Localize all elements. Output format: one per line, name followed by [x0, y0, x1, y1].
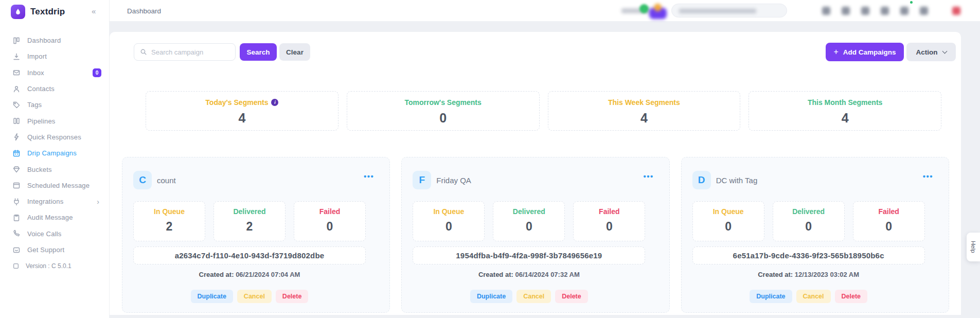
- campaign-stats: In Queue 0 Delivered 0 Failed 0: [692, 201, 925, 241]
- sidebar: Textdrip « Dashboard Import Inbox 0 Cont…: [0, 0, 110, 318]
- delete-button[interactable]: Delete: [555, 290, 588, 303]
- campaign-name: count: [157, 176, 176, 185]
- import-icon: [12, 52, 21, 61]
- stat-delivered: Delivered 0: [493, 201, 565, 241]
- more-options-icon[interactable]: •••: [923, 172, 933, 181]
- stat-in-queue: In Queue 0: [413, 201, 485, 241]
- sidebar-item-label: Voice Calls: [27, 230, 62, 238]
- sidebar-item-label: Quick Responses: [27, 133, 81, 141]
- redacted-toolbar-icon[interactable]: [861, 7, 869, 15]
- more-options-icon[interactable]: •••: [643, 172, 653, 181]
- stat-in-queue: In Queue 0: [692, 201, 764, 241]
- app-title: Textdrip: [30, 7, 65, 17]
- redacted-toolbar-icon[interactable]: [822, 7, 830, 15]
- app-logo[interactable]: Textdrip: [11, 5, 65, 19]
- sidebar-item-tags[interactable]: Tags: [0, 97, 110, 113]
- sidebar-item-inbox[interactable]: Inbox 0: [0, 65, 110, 81]
- redacted-toolbar-icon[interactable]: [842, 7, 850, 15]
- cancel-button[interactable]: Cancel: [237, 290, 272, 303]
- stat-label: Failed: [294, 207, 365, 216]
- sidebar-item-get-support[interactable]: Get Support: [0, 242, 110, 258]
- sidebar-item-label: Get Support: [27, 246, 64, 254]
- sidebar-item-contacts[interactable]: Contacts: [0, 81, 110, 97]
- phone-icon: [12, 229, 21, 238]
- campaign-name: Friday QA: [436, 176, 471, 185]
- sidebar-item-voice-calls[interactable]: Voice Calls: [0, 226, 110, 242]
- sidebar-item-import[interactable]: Import: [0, 48, 110, 64]
- duplicate-button[interactable]: Duplicate: [750, 290, 792, 303]
- sidebar-item-scheduled-message[interactable]: Scheduled Message: [0, 178, 110, 193]
- segment-label: Today's Segments: [205, 98, 268, 107]
- campaign-actions: Duplicate Cancel Delete: [413, 290, 645, 303]
- duplicate-button[interactable]: Duplicate: [470, 290, 512, 303]
- redacted-toolbar-icon[interactable]: [920, 7, 928, 15]
- more-options-icon[interactable]: •••: [364, 172, 374, 181]
- redacted-status-avatar: [639, 4, 649, 13]
- sidebar-item-pipelines[interactable]: Pipelines: [0, 113, 110, 129]
- search-button[interactable]: Search: [240, 43, 277, 61]
- redacted-user-avatar[interactable]: [649, 4, 667, 19]
- stat-delivered: Delivered 2: [213, 201, 286, 241]
- stat-failed: Failed 0: [573, 201, 645, 241]
- campaign-avatar: C: [133, 171, 152, 189]
- segment-card-tomorrow: Tomorrow's Segments 0: [347, 91, 540, 131]
- sidebar-item-drip-campaigns[interactable]: Drip Campaigns: [0, 145, 110, 161]
- campaign-created-at: Created at: 12/13/2023 03:02 AM: [692, 271, 925, 278]
- created-at-label: Created at:: [478, 271, 513, 278]
- redacted-toolbar-icon[interactable]: [900, 7, 908, 15]
- stat-label: Delivered: [493, 207, 564, 216]
- redacted-search-pill[interactable]: [671, 4, 787, 17]
- campaign-created-at: Created at: 06/21/2024 07:04 AM: [133, 271, 366, 278]
- sidebar-item-dashboard[interactable]: Dashboard: [0, 32, 110, 48]
- cancel-button[interactable]: Cancel: [516, 290, 551, 303]
- duplicate-button[interactable]: Duplicate: [191, 290, 233, 303]
- help-tab[interactable]: Help: [967, 233, 980, 261]
- sidebar-item-label: Pipelines: [27, 117, 56, 125]
- stat-value: 0: [693, 220, 764, 234]
- campaign-created-at: Created at: 06/14/2024 07:32 AM: [413, 271, 645, 278]
- segment-value: 4: [548, 111, 740, 126]
- search-input[interactable]: [151, 48, 228, 56]
- contacts-icon: [12, 85, 21, 93]
- stat-label: Delivered: [214, 207, 285, 216]
- sidebar-item-label: Import: [27, 52, 47, 60]
- sidebar-collapse-icon[interactable]: «: [92, 7, 96, 15]
- add-campaigns-label: Add Campaigns: [843, 48, 896, 56]
- sidebar-item-audit-message[interactable]: Audit Message: [0, 209, 110, 225]
- search-campaign-field[interactable]: [134, 43, 236, 61]
- sidebar-item-quick-responses[interactable]: Quick Responses: [0, 129, 110, 145]
- delete-button[interactable]: Delete: [835, 290, 868, 303]
- stat-value: 0: [294, 220, 365, 234]
- campaign-stats: In Queue 0 Delivered 0 Failed 0: [413, 201, 645, 241]
- stat-label: In Queue: [413, 207, 484, 216]
- redacted-toolbar-icon[interactable]: [881, 7, 889, 15]
- add-campaigns-button[interactable]: + Add Campaigns: [826, 43, 904, 61]
- info-icon[interactable]: i: [271, 99, 278, 106]
- created-at-label: Created at:: [758, 271, 793, 278]
- stat-label: Failed: [574, 207, 645, 216]
- action-dropdown[interactable]: Action: [906, 43, 956, 61]
- chevron-right-icon: ›: [97, 198, 99, 206]
- stat-label: Delivered: [773, 207, 844, 216]
- sidebar-item-label: Contacts: [27, 85, 55, 93]
- inbox-count-badge: 0: [93, 68, 101, 77]
- sidebar-item-label: Drip Campaigns: [27, 149, 77, 157]
- inbox-icon: [12, 68, 21, 77]
- campaign-name: DC with Tag: [716, 176, 758, 185]
- online-status-dot: [910, 1, 913, 4]
- textdrip-logo-icon: [11, 5, 25, 19]
- delete-button[interactable]: Delete: [276, 290, 309, 303]
- bucket-icon: [12, 165, 21, 173]
- breadcrumb: Dashboard: [127, 7, 161, 15]
- clear-button[interactable]: Clear: [279, 43, 310, 61]
- redacted-toolbar-icon-red[interactable]: [952, 7, 960, 15]
- stat-delivered: Delivered 0: [773, 201, 845, 241]
- stat-in-queue: In Queue 2: [133, 201, 205, 241]
- sidebar-item-integrations[interactable]: Integrations ›: [0, 193, 110, 209]
- sidebar-item-label: Inbox: [27, 69, 44, 77]
- search-icon: [140, 48, 147, 56]
- sidebar-item-buckets[interactable]: Buckets: [0, 161, 110, 177]
- cancel-button[interactable]: Cancel: [796, 290, 831, 303]
- campaign-uuid: a2634c7d-f110-4e10-943d-f3719d802dbe: [133, 246, 366, 264]
- sidebar-item-label: Integrations: [27, 198, 63, 205]
